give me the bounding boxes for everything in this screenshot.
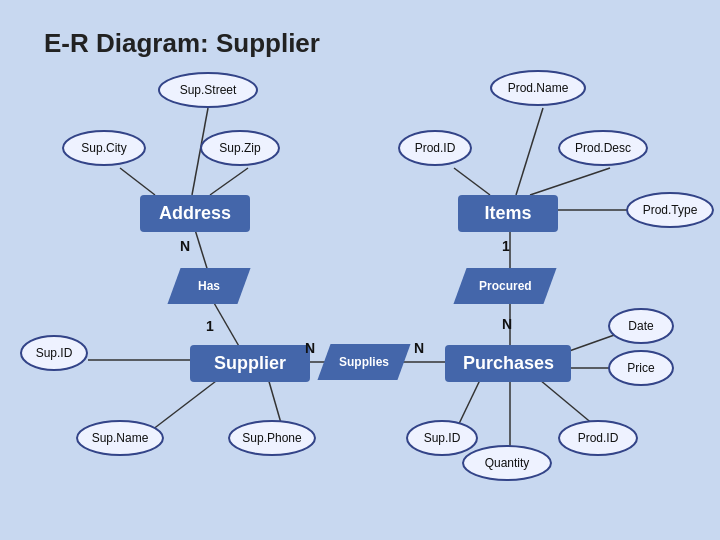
cardinality-has-1: 1 bbox=[206, 318, 214, 334]
svg-line-2 bbox=[210, 168, 248, 195]
attr-prod-name: Prod.Name bbox=[490, 70, 586, 106]
attr-sup-city: Sup.City bbox=[62, 130, 146, 166]
attr-sup-zip: Sup.Zip bbox=[200, 130, 280, 166]
attr-prod-type: Prod.Type bbox=[626, 192, 714, 228]
cardinality-procured-n: N bbox=[502, 316, 512, 332]
svg-line-10 bbox=[516, 108, 543, 195]
attr-purch-sup-id: Sup.ID bbox=[406, 420, 478, 456]
cardinality-supplier-n: N bbox=[305, 340, 315, 356]
entity-items: Items bbox=[458, 195, 558, 232]
attr-price: Price bbox=[608, 350, 674, 386]
attr-prod-id: Prod.ID bbox=[398, 130, 472, 166]
entity-address: Address bbox=[140, 195, 250, 232]
relationship-has: Has bbox=[174, 268, 244, 304]
page-title: E-R Diagram: Supplier bbox=[44, 28, 320, 59]
relationship-procured: Procured bbox=[460, 268, 550, 304]
svg-line-12 bbox=[530, 168, 610, 195]
attr-prod-desc: Prod.Desc bbox=[558, 130, 648, 166]
attr-sup-name: Sup.Name bbox=[76, 420, 164, 456]
entity-supplier: Supplier bbox=[190, 345, 310, 382]
entity-purchases: Purchases bbox=[445, 345, 571, 382]
relationship-supplies: Supplies bbox=[324, 344, 404, 380]
svg-line-11 bbox=[454, 168, 490, 195]
cardinality-purchases-n: N bbox=[414, 340, 424, 356]
attr-sup-id: Sup.ID bbox=[20, 335, 88, 371]
diagram-lines bbox=[0, 0, 720, 540]
attr-quantity: Quantity bbox=[462, 445, 552, 481]
svg-line-6 bbox=[152, 378, 220, 430]
attr-sup-street: Sup.Street bbox=[158, 72, 258, 108]
cardinality-items-1: 1 bbox=[502, 238, 510, 254]
attr-purch-prod-id: Prod.ID bbox=[558, 420, 638, 456]
svg-line-1 bbox=[120, 168, 155, 195]
attr-date: Date bbox=[608, 308, 674, 344]
cardinality-address-n: N bbox=[180, 238, 190, 254]
attr-sup-phone: Sup.Phone bbox=[228, 420, 316, 456]
